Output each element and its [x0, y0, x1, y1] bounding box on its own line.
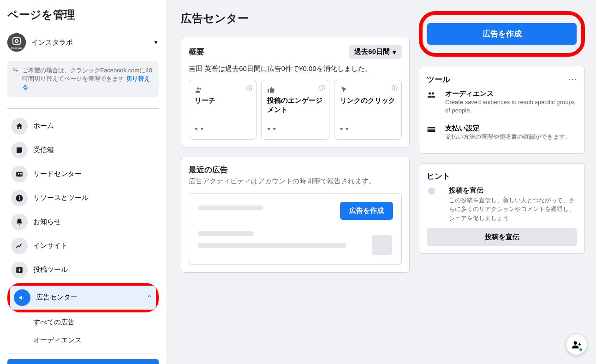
info-icon[interactable]: ⓘ	[392, 84, 398, 92]
svg-rect-4	[16, 171, 23, 176]
svg-text:Insta Lab: Insta Lab	[11, 47, 23, 49]
divider	[7, 108, 159, 109]
nav-label: インサイト	[33, 241, 68, 250]
hint-item-title: 投稿を宣伝	[449, 186, 577, 195]
sidebar-item-publishing[interactable]: 投稿ツール	[7, 258, 159, 282]
inbox-icon	[11, 142, 28, 159]
nav-label: リードセンター	[33, 170, 82, 178]
svg-point-16	[429, 92, 431, 94]
credit-card-icon	[427, 124, 440, 141]
recent-desc: 広告アクティビティはアカウントの時間帯で報告されます。	[189, 177, 402, 186]
megaphone-icon	[14, 289, 30, 306]
date-range-label: 過去60日間	[354, 47, 390, 56]
main-content: 広告センター 概要 過去60日間 ▾ 吉田 英誉は過去60日間に広告0件で¥0.…	[166, 0, 596, 364]
sidebar-item-leads[interactable]: リードセンター	[7, 162, 159, 186]
svg-point-5	[18, 173, 19, 174]
nav-label: 受信箱	[33, 146, 54, 154]
sidebar: ページを管理 Insta Lab インスタラボ ▼ ⇆ ご希望の場合は、クラシッ…	[0, 0, 166, 364]
ad-center-highlight: 広告センター ⌃	[7, 283, 159, 312]
sidebar-item-home[interactable]: ホーム	[7, 114, 159, 138]
recent-title: 最近の広告	[189, 164, 402, 175]
create-ad-main-button[interactable]: 広告を作成	[427, 23, 577, 45]
page-avatar: Insta Lab	[7, 33, 26, 52]
sidebar-item-inbox[interactable]: 受信箱	[7, 138, 159, 162]
tool-title: 支払い設定	[445, 124, 571, 133]
sidebar-title: ページを管理	[7, 7, 159, 22]
people-icon	[195, 86, 250, 94]
sidebar-sub-all-ads[interactable]: すべての広告	[7, 313, 159, 331]
sidebar-item-insights[interactable]: インサイト	[7, 234, 159, 258]
stat-engagement[interactable]: ⓘ 投稿のエンゲージメント - -	[261, 80, 329, 140]
date-range-dropdown[interactable]: 過去60日間 ▾	[349, 45, 402, 59]
create-ad-button[interactable]: 広告を作成	[340, 202, 393, 220]
create-ad-highlight: 広告を作成	[419, 11, 585, 57]
placeholder-bar	[198, 231, 254, 236]
svg-rect-13	[18, 270, 21, 270]
tools-title: ツール	[427, 74, 450, 85]
svg-rect-9	[19, 197, 20, 200]
sidebar-item-resources[interactable]: リソースとツール	[7, 186, 159, 210]
stat-value: - -	[195, 123, 250, 134]
svg-rect-7	[20, 174, 22, 175]
swap-icon: ⇆	[13, 66, 18, 92]
svg-point-10	[19, 196, 20, 197]
id-card-icon	[11, 166, 28, 182]
nav-label: ホーム	[33, 122, 54, 130]
svg-rect-6	[20, 173, 22, 174]
info-icon[interactable]: ⓘ	[319, 84, 325, 92]
people-icon	[427, 89, 440, 115]
tools-card: ツール ⋯ オーディエンス Create saved audiences to …	[419, 66, 585, 154]
info-icon	[11, 190, 28, 206]
page-name: インスタラボ	[31, 38, 148, 47]
svg-rect-19	[428, 129, 435, 130]
svg-point-20	[574, 341, 577, 345]
nav-label: 広告センター	[36, 293, 77, 302]
svg-point-15	[199, 88, 201, 90]
home-icon	[11, 118, 28, 135]
caret-down-icon: ▼	[153, 39, 159, 46]
nav-label: リソースとツール	[33, 194, 89, 202]
nav-list: ホーム 受信箱 リードセンター リソースとツール お知らせ インサイト	[7, 114, 159, 349]
overview-title: 概要	[189, 47, 204, 57]
svg-point-14	[197, 88, 199, 90]
stat-label: リーチ	[195, 96, 250, 105]
stat-reach[interactable]: ⓘ リーチ - -	[189, 80, 256, 140]
tool-item-payment[interactable]: 支払い設定 支払い方法の管理や領収書の確認ができます。	[427, 119, 577, 146]
tool-desc: Create saved audiences to reach specific…	[445, 98, 577, 115]
chart-icon	[11, 238, 28, 254]
online-dot-icon	[578, 347, 583, 352]
stat-value: - -	[340, 123, 396, 134]
stat-link-clicks[interactable]: ⓘ リンクのクリック - -	[334, 80, 402, 140]
hints-title: ヒント	[427, 171, 577, 182]
hint-icon	[427, 186, 443, 203]
bell-icon	[11, 214, 28, 230]
sidebar-item-notifications[interactable]: お知らせ	[7, 210, 159, 234]
svg-point-17	[432, 92, 434, 94]
stat-value: - -	[267, 123, 323, 134]
stat-label: リンクのクリック	[340, 96, 396, 105]
plus-square-icon	[11, 262, 28, 278]
sidebar-sub-audience[interactable]: オーディエンス	[7, 331, 159, 349]
tool-title: オーディエンス	[445, 89, 577, 98]
boost-post-button[interactable]: 投稿を宣伝	[427, 228, 577, 246]
more-icon[interactable]: ⋯	[568, 74, 577, 85]
classic-notice: ⇆ ご希望の場合は、クラシックFacebook.comに48時間切り替えてページ…	[7, 61, 159, 97]
page-title: 広告センター	[181, 11, 410, 26]
placeholder-bar	[198, 205, 263, 210]
placeholder-thumb	[372, 235, 392, 255]
divider	[7, 353, 159, 353]
info-icon[interactable]: ⓘ	[246, 84, 252, 92]
overview-card: 概要 過去60日間 ▾ 吉田 英誉は過去60日間に広告0件で¥0.00を消化しま…	[181, 37, 410, 147]
sidebar-item-ad-center[interactable]: 広告センター ⌃	[10, 286, 156, 310]
placeholder-bar	[198, 243, 346, 248]
page-selector[interactable]: Insta Lab インスタラボ ▼	[7, 29, 159, 55]
chat-fab[interactable]	[566, 335, 587, 355]
overview-summary: 吉田 英誉は過去60日間に広告0件で¥0.00を消化しました。	[189, 65, 402, 73]
tool-item-audience[interactable]: オーディエンス Create saved audiences to reach …	[427, 85, 577, 119]
caret-down-icon: ▾	[393, 48, 396, 56]
hint-item-desc: この投稿を宣伝し、新しい人とつながって、さらに多くのリアクションやコメントを獲得…	[449, 196, 577, 223]
nav-label: お知らせ	[33, 217, 61, 226]
stat-label: 投稿のエンゲージメント	[267, 96, 323, 114]
chevron-up-icon: ⌃	[147, 294, 152, 301]
promote-button[interactable]: 宣伝する	[7, 359, 159, 364]
